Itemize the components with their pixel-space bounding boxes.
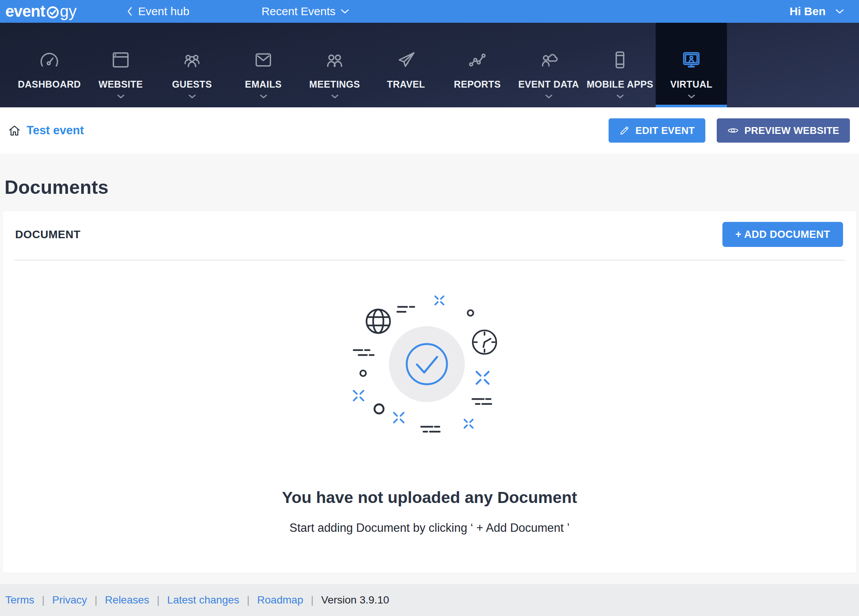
people-group-icon (181, 49, 203, 71)
footer-link-latest-changes[interactable]: Latest changes (167, 594, 239, 606)
empty-state-illustration (340, 289, 519, 444)
browser-icon (110, 49, 131, 71)
chevron-down-icon (835, 9, 844, 14)
chevron-down-icon (617, 94, 624, 99)
footer-separator: | (303, 594, 321, 606)
chevron-down-icon (341, 9, 349, 14)
add-document-button[interactable]: + ADD DOCUMENT (722, 222, 843, 247)
nav-tab-event-data[interactable]: EVENT DATA (513, 23, 584, 107)
top-bar: event gy Event hub Recent Events Hi Ben (0, 0, 859, 23)
home-icon[interactable] (8, 124, 21, 137)
footer-link-privacy[interactable]: Privacy (52, 594, 87, 606)
eye-preview-icon (727, 125, 739, 136)
footer-separator: | (34, 594, 52, 606)
footer-link-releases[interactable]: Releases (105, 594, 149, 606)
nav-tab-virtual[interactable]: VIRTUAL (656, 23, 727, 107)
user-greeting: Hi Ben (790, 5, 826, 18)
person-cloud-icon (538, 49, 559, 71)
main-content: Documents DOCUMENT + ADD DOCUMENT (0, 154, 859, 584)
nav-tab-website[interactable]: WEBSITE (85, 23, 156, 107)
chevron-down-icon (189, 94, 196, 99)
footer-separator: | (149, 594, 167, 606)
nav-tab-dashboard[interactable]: DASHBOARD (14, 23, 85, 107)
page-title: Documents (5, 176, 856, 198)
monitor-person-icon (681, 49, 702, 71)
footer: Terms|Privacy|Releases|Latest changes|Ro… (0, 584, 859, 616)
document-section-title: DOCUMENT (15, 228, 80, 241)
footer-link-roadmap[interactable]: Roadmap (257, 594, 303, 606)
breadcrumb-event-link[interactable]: Test event (27, 124, 84, 137)
nav-tab-guests[interactable]: GUESTS (156, 23, 228, 107)
user-menu[interactable]: Hi Ben (790, 5, 844, 18)
people-pair-icon (324, 49, 345, 71)
check-circle-icon (389, 326, 465, 402)
chevron-down-icon (260, 94, 267, 99)
edit-event-button[interactable]: EDIT EVENT (609, 118, 705, 143)
chevron-down-icon (545, 94, 552, 99)
document-card-header: DOCUMENT + ADD DOCUMENT (3, 211, 856, 260)
preview-website-button[interactable]: PREVIEW WEBSITE (717, 118, 850, 143)
nav-tab-travel[interactable]: TRAVEL (370, 23, 442, 107)
footer-separator: | (239, 594, 257, 606)
smartphone-icon (609, 49, 631, 71)
pencil-icon (619, 125, 630, 136)
empty-state-subtitle: Start adding Document by clicking ‘ + Ad… (289, 521, 570, 535)
breadcrumb-row: Test event EDIT EVENT PREVIEW WEBSITE (0, 107, 859, 154)
footer-separator: | (87, 594, 105, 606)
line-chart-icon (467, 49, 488, 71)
chevron-left-icon (127, 6, 133, 17)
recent-events-dropdown[interactable]: Recent Events (261, 5, 349, 18)
logo-text-bold: event (5, 3, 45, 19)
nav-tab-meetings[interactable]: MEETINGS (299, 23, 370, 107)
version-label: Version 3.9.10 (321, 594, 389, 606)
footer-link-terms[interactable]: Terms (5, 594, 34, 606)
empty-state-title: You have not uploaded any Document (282, 488, 577, 507)
clock-icon (473, 330, 496, 354)
back-to-event-hub-link[interactable]: Event hub (127, 5, 189, 18)
paper-plane-icon (395, 49, 417, 71)
preview-website-label: PREVIEW WEBSITE (744, 125, 839, 137)
envelope-icon (253, 49, 274, 71)
recent-events-label: Recent Events (261, 5, 335, 18)
nav-tab-emails[interactable]: EMAILS (228, 23, 299, 107)
chevron-down-icon (117, 94, 124, 99)
globe-icon (367, 310, 390, 333)
chevron-down-icon (331, 94, 338, 99)
chevron-down-icon (688, 94, 695, 99)
document-card: DOCUMENT + ADD DOCUMENT (3, 211, 856, 573)
logo-text-light: gy (60, 3, 77, 19)
main-navigation: DASHBOARD WEBSITE GUESTS EMAILS MEETINGS… (0, 23, 859, 107)
gauge-icon (39, 49, 60, 71)
app-logo: event gy (5, 3, 77, 19)
empty-state: You have not uploaded any Document Start… (3, 261, 856, 573)
footer-links: Terms|Privacy|Releases|Latest changes|Ro… (5, 594, 321, 606)
nav-tab-mobile-apps[interactable]: MOBILE APPS (584, 23, 656, 107)
logo-check-icon (45, 4, 60, 19)
back-link-label: Event hub (138, 5, 189, 18)
nav-tab-reports[interactable]: REPORTS (442, 23, 513, 107)
edit-event-label: EDIT EVENT (636, 125, 695, 137)
